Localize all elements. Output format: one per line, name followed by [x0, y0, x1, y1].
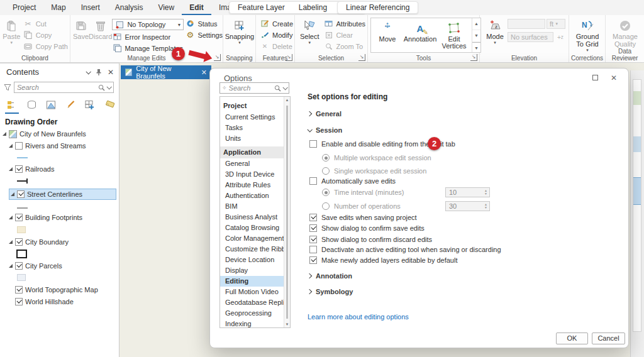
list-by-labeling-tab[interactable]: [103, 97, 116, 113]
nav-item-geodatabase-replication[interactable]: Geodatabase Replication: [220, 297, 290, 308]
tab-labeling[interactable]: Labeling: [292, 3, 334, 12]
save-edits-button[interactable]: Save: [73, 16, 89, 40]
expander-icon[interactable]: [3, 132, 6, 136]
symbol-row-building-footprints[interactable]: [0, 224, 116, 235]
layer-visibility-checkbox[interactable]: [15, 262, 23, 270]
learn-more-link[interactable]: Learn more about editing options: [308, 313, 409, 321]
nav-item-general[interactable]: General: [220, 158, 290, 169]
layer-row-rivers[interactable]: Rivers and Streams: [0, 140, 116, 151]
nav-item-bim[interactable]: BIM: [220, 201, 290, 212]
tools-dialog-launcher[interactable]: ↘: [470, 54, 477, 61]
layer-visibility-checkbox[interactable]: [15, 298, 23, 305]
nav-item-editing[interactable]: Editing: [220, 276, 290, 287]
symbol-row-rivers[interactable]: [0, 152, 116, 163]
edit-vertices-tool-button[interactable]: Edit Vertices: [436, 18, 472, 52]
deactivate-tool-checkbox[interactable]: [309, 246, 317, 253]
layer-visibility-checkbox[interactable]: [17, 190, 25, 198]
auto-save-checkbox[interactable]: [309, 177, 317, 185]
list-by-snapping-tab[interactable]: [83, 97, 97, 113]
confirm-save-checkbox[interactable]: [309, 224, 317, 232]
tab-linear-referencing[interactable]: Linear Referencing: [339, 3, 416, 12]
nav-item-customize-the-ribbon[interactable]: Customize the Ribbon: [220, 244, 290, 255]
time-interval-radio[interactable]: [322, 189, 330, 196]
ground-to-grid-button[interactable]: N Ground To Grid ▾: [572, 16, 603, 52]
new-layers-editable-checkbox-row[interactable]: Make newly added layers editable by defa…: [309, 255, 457, 265]
list-by-selection-tab[interactable]: [44, 97, 58, 113]
deactivate-tool-checkbox-row[interactable]: Deactivate an active editing tool when s…: [309, 244, 501, 255]
delete-features-button[interactable]: ✕ Delete: [260, 41, 293, 51]
select-button[interactable]: Select ▾: [297, 16, 322, 45]
scroll-down-icon[interactable]: ▼: [284, 322, 290, 326]
single-workspace-radio[interactable]: [322, 167, 330, 175]
nav-item-indexing[interactable]: Indexing: [220, 319, 290, 328]
number-operations-spinner[interactable]: 30 ▲▼: [445, 201, 490, 211]
layer-visibility-checkbox[interactable]: [15, 165, 23, 173]
topology-dropdown[interactable]: No Topology ▼: [112, 19, 184, 30]
save-edits-project-checkbox-row[interactable]: Save edits when saving project: [309, 212, 417, 222]
expander-icon[interactable]: [9, 167, 13, 171]
layer-visibility-checkbox[interactable]: [15, 238, 23, 246]
map-view-tab[interactable]: City of New Braunfels ✕: [121, 65, 211, 79]
elevation-mode-button[interactable]: z Mode ▾: [482, 16, 508, 45]
pane-menu-chevron-icon[interactable]: [86, 69, 91, 74]
expander-icon[interactable]: [9, 240, 13, 244]
symbol-row-city-boundary[interactable]: [0, 248, 116, 260]
annotation-tool-button[interactable]: A ✎ Annotation: [404, 18, 436, 52]
search-icon[interactable]: [98, 84, 105, 91]
layer-visibility-checkbox[interactable]: [15, 286, 23, 294]
error-inspector-button[interactable]: Error Inspector: [112, 32, 184, 41]
copy-path-button[interactable]: Copy Path: [23, 41, 68, 51]
nav-item-device-location[interactable]: Device Location: [220, 255, 290, 265]
tab-view[interactable]: View: [150, 0, 182, 15]
list-by-data-source-tab[interactable]: [25, 97, 38, 113]
expander-icon[interactable]: [9, 264, 13, 268]
create-features-button[interactable]: Create: [260, 19, 293, 28]
tab-map[interactable]: Map: [43, 0, 73, 15]
manage-quality-button[interactable]: Manage Quality: [608, 16, 642, 48]
modify-features-button[interactable]: Modify: [260, 30, 293, 40]
nav-item-current-settings[interactable]: Current Settings: [220, 112, 290, 123]
close-pane-icon[interactable]: ✕: [108, 68, 114, 77]
status-button[interactable]: Status: [185, 19, 223, 28]
snapping-button[interactable]: Snapping ▾: [227, 16, 252, 45]
discard-edits-button[interactable]: Discard: [89, 16, 112, 40]
tab-edit[interactable]: Edit: [182, 0, 211, 15]
symbology-section-header[interactable]: Symbology: [308, 287, 353, 297]
spinner-arrows-icon[interactable]: ▲▼: [484, 189, 489, 195]
symbol-row-railroads[interactable]: [0, 175, 116, 187]
layer-row-world-topographic-map[interactable]: World Topographic Map: [0, 284, 116, 295]
nav-item-full-motion-video[interactable]: Full Motion Video: [220, 287, 290, 297]
number-operations-radio[interactable]: [322, 202, 330, 210]
search-options-chevron-icon[interactable]: [106, 84, 111, 89]
confirm-discard-checkbox[interactable]: [309, 236, 317, 243]
move-tool-button[interactable]: ↔ ↕ Move: [371, 18, 404, 52]
search-icon[interactable]: [274, 85, 281, 92]
nav-item-tasks[interactable]: Tasks: [220, 123, 290, 133]
multiple-workspace-radio[interactable]: [322, 154, 330, 162]
selection-dialog-launcher[interactable]: ↘: [358, 54, 365, 61]
general-section-header[interactable]: General: [308, 109, 341, 119]
time-interval-spinner[interactable]: 10 ▲▼: [445, 187, 490, 197]
nav-item-geoprocessing[interactable]: Geoprocessing: [220, 308, 290, 319]
layer-row-railroads[interactable]: Railroads: [0, 163, 116, 175]
close-map-tab-icon[interactable]: ✕: [201, 69, 207, 77]
settings-button[interactable]: ⚙ Settings: [185, 30, 223, 40]
symbol-row-city-parcels[interactable]: [0, 272, 116, 283]
map-node-row[interactable]: City of New Braunfels: [0, 128, 116, 140]
editing-options-dialog-launcher[interactable]: ↘: [214, 54, 221, 61]
options-search-input[interactable]: [229, 84, 272, 92]
nav-scrollbar[interactable]: ▲ ▼: [284, 97, 290, 327]
nav-item-color-management[interactable]: Color Management: [220, 233, 290, 244]
clear-selection-button[interactable]: Clear: [324, 30, 365, 40]
pin-icon[interactable]: [96, 69, 102, 76]
nav-item-business-analyst[interactable]: Business Analyst: [220, 212, 290, 222]
number-operations-radio-row[interactable]: Number of operations: [322, 201, 401, 211]
multiple-workspace-radio-row[interactable]: Multiple workspace edit session: [322, 153, 431, 163]
elevation-value-input[interactable]: [508, 19, 545, 29]
cut-button[interactable]: ✂ Cut: [23, 19, 68, 28]
tab-analysis[interactable]: Analysis: [108, 0, 151, 15]
nav-item-catalog-browsing[interactable]: Catalog Browsing: [220, 222, 290, 233]
nav-item-3d-input-device[interactable]: 3D Input Device: [220, 169, 290, 180]
save-edits-project-checkbox[interactable]: [309, 214, 317, 221]
annotation-section-header[interactable]: Annotation: [308, 271, 352, 281]
